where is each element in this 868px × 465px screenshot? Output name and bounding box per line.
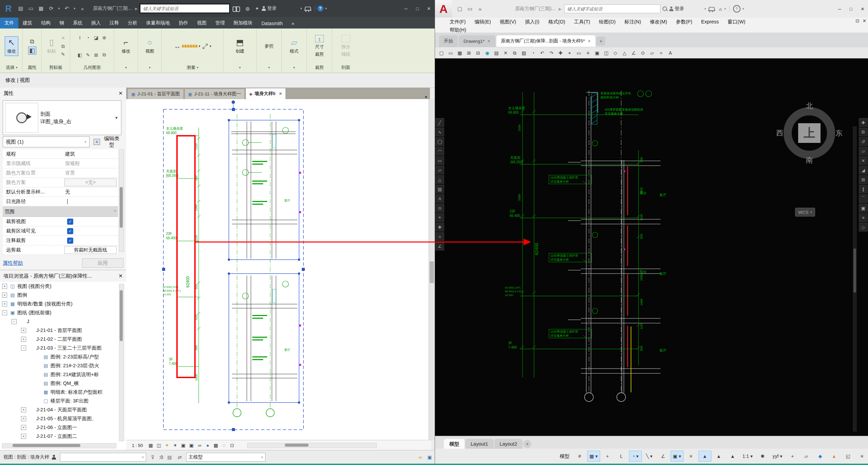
minimize-button[interactable]: ─ <box>400 4 412 13</box>
far-clip-button[interactable]: 剪裁时无截面线 <box>64 246 117 254</box>
view-control-icon[interactable]: ⊡ <box>228 441 236 449</box>
qat-icon[interactable]: ▭ <box>26 4 35 13</box>
draw-tool-icon[interactable]: ⊙ <box>435 204 444 212</box>
modify-tool-icon[interactable]: ▣ <box>859 204 868 212</box>
toolbar-icon[interactable]: ▤ <box>492 49 501 57</box>
geometry-tool-icon[interactable]: ✎ <box>84 51 92 59</box>
align-dimension-icon[interactable]: ↔ <box>174 42 181 50</box>
tree-toggle[interactable]: + <box>21 416 26 421</box>
ribbon-tab[interactable]: » <box>287 18 299 29</box>
view-tab[interactable]: ▣J-21-11 - 墙身大样图一 <box>184 89 245 99</box>
ribbon-tab[interactable]: 管理 <box>211 18 229 29</box>
status-toggle[interactable]: # <box>573 451 586 462</box>
help-icon[interactable]: ? <box>317 5 323 12</box>
browser-scrollbar[interactable] <box>119 284 124 441</box>
ribbon-tab[interactable]: 体量和场地 <box>142 18 174 29</box>
toolbar-icon[interactable]: ⊙ <box>638 49 647 57</box>
type-selector[interactable]: 剖面 详图_墙身_右 ▼ <box>3 100 121 135</box>
toolbar-icon[interactable]: ▢ <box>437 49 446 57</box>
tree-item[interactable]: + ◫ 视图 (视图分类) <box>0 282 126 291</box>
toolbar-icon[interactable]: ◉ <box>483 49 492 57</box>
toolbar-icon[interactable]: ≈ <box>657 49 666 57</box>
search-binoculars-icon[interactable] <box>233 6 240 11</box>
communication-center-icon[interactable]: ◍ <box>245 6 250 11</box>
properties-icon[interactable]: ◧ <box>28 46 36 55</box>
view-control-icon[interactable]: ▦ <box>147 441 155 449</box>
sign-in-label[interactable]: 登录 <box>267 5 277 12</box>
status-toggle[interactable]: ▲ <box>712 451 725 462</box>
modify-tool-icon[interactable]: ✕ <box>859 156 868 165</box>
toolbar-icon[interactable]: ▣ <box>593 49 601 57</box>
geometry-tool-icon[interactable]: Ⅰ <box>76 34 84 41</box>
compass-top-face[interactable]: 上 <box>798 123 821 143</box>
view-control-icon[interactable]: ▩ <box>212 441 220 449</box>
view-control-icon[interactable]: ▣ <box>179 441 188 449</box>
ribbon-tab[interactable]: 分析 <box>123 18 142 29</box>
draw-tool-icon[interactable]: ▭ <box>435 156 444 165</box>
draw-tool-icon[interactable]: ▱ <box>435 166 444 174</box>
type-selector-dropdown-icon[interactable]: ▼ <box>115 116 118 120</box>
tab-list-dropdown-icon[interactable]: ▼ <box>424 95 428 99</box>
modify-panel-button[interactable]: ⌐修改 <box>119 36 133 56</box>
qat-icon[interactable]: ↶ <box>62 4 71 13</box>
panel-label-geometry[interactable]: 几何图形 <box>70 64 114 71</box>
ribbon-tab[interactable]: 附加模块 <box>229 18 257 29</box>
status-toggle[interactable]: ∠ <box>657 451 670 462</box>
toolbar-icon[interactable]: A <box>666 49 675 57</box>
status-toggle[interactable]: + <box>786 451 799 462</box>
new-tab-button[interactable]: + <box>596 37 605 45</box>
toolbar-icon[interactable]: ▭ <box>574 49 583 57</box>
draw-tool-icon[interactable]: ⌖ <box>435 213 444 222</box>
status-toggle[interactable]: ◔ ▾ <box>629 451 642 462</box>
search-icon[interactable] <box>663 6 667 11</box>
toolbar-icon[interactable]: ↶ <box>538 49 547 57</box>
cut-icon[interactable]: ✕ <box>59 34 67 42</box>
minimize-button[interactable]: ─ <box>834 4 845 13</box>
status-toggle[interactable]: ▲ <box>726 451 739 462</box>
toolbar-icon[interactable]: ◫ <box>602 49 611 57</box>
tree-toggle[interactable]: + <box>21 337 26 342</box>
qat-icon[interactable]: ▤ <box>16 4 25 13</box>
modify-tool-icon[interactable]: ↺ <box>859 137 868 146</box>
geometry-tool-icon[interactable]: ◪ <box>93 34 100 41</box>
geometry-tool-icon[interactable]: ◔ <box>84 34 92 41</box>
tree-toggle[interactable]: + <box>21 407 26 412</box>
menu-item[interactable]: 标注(N) <box>620 19 645 25</box>
menu-item[interactable]: 插入(I) <box>520 19 544 25</box>
properties-scrollbar[interactable] <box>119 149 124 252</box>
toolbar-icon[interactable]: ⊞ <box>465 49 473 57</box>
tree-item[interactable]: + ▤ 图例 <box>0 291 126 299</box>
help-dropdown-icon[interactable]: ▾ <box>743 7 744 11</box>
tree-toggle[interactable]: − <box>21 346 26 351</box>
view-scale-button[interactable]: 1 : 50 <box>129 442 146 449</box>
toolbar-icon[interactable]: ↷ <box>547 49 556 57</box>
status-toggle[interactable]: yyf ▾ <box>770 451 785 462</box>
tree-toggle[interactable]: + <box>2 284 7 289</box>
menu-item[interactable]: 修改(M) <box>646 19 672 25</box>
layout-tab[interactable]: 模型 <box>444 439 465 449</box>
tree-item[interactable]: − J <box>0 317 126 326</box>
crop-view-checkbox[interactable]: ✓ <box>67 219 73 225</box>
draw-tool-icon[interactable]: ✚ <box>435 223 444 231</box>
ribbon-tab[interactable]: Datasmith <box>257 18 287 29</box>
view-control-icon[interactable]: ● <box>204 441 212 449</box>
menu-item[interactable]: 视图(V) <box>495 19 520 25</box>
ribbon-tab[interactable]: 文件 <box>0 18 18 29</box>
draw-tool-icon[interactable]: ∠ <box>435 242 444 250</box>
tree-item[interactable]: + ▦ 明细表/数量 (按视图分类) <box>0 299 126 308</box>
link-icon[interactable]: ⇄ <box>176 453 183 461</box>
angle-dimension-icon[interactable]: ⤢ <box>201 42 209 50</box>
draw-tool-icon[interactable]: ≈ <box>435 232 444 241</box>
mode-panel-button[interactable]: ▱模式 <box>288 36 301 56</box>
split-segment-button[interactable]: 拆分线段 <box>339 33 353 59</box>
status-toggle[interactable]: ≡ <box>685 451 697 462</box>
sun-path-checkbox[interactable] <box>67 199 68 204</box>
edit-type-button[interactable]: ⧉编辑类型 <box>92 137 123 147</box>
toolbar-icon[interactable]: ∠ <box>629 49 638 57</box>
toolbar-icon[interactable]: ✚ <box>556 49 565 57</box>
status-toggle[interactable]: 1:1 ▾ <box>740 451 755 462</box>
qat-icon[interactable]: » <box>476 4 485 13</box>
modify-tool-icon[interactable]: ◢ <box>859 166 868 174</box>
status-toggle[interactable]: ◆ <box>814 451 827 462</box>
status-toggle[interactable]: ✱ <box>756 451 769 462</box>
